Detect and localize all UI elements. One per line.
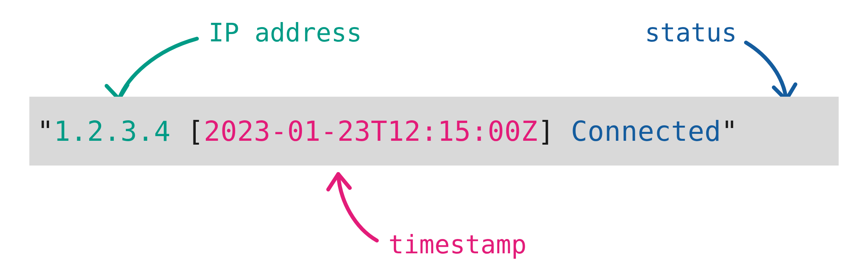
timestamp-value: 2023-01-23T12:15:00Z bbox=[204, 115, 538, 147]
status-label: status bbox=[645, 18, 737, 48]
ip-address-label: IP address bbox=[209, 18, 362, 48]
ip-value: 1.2.3.4 bbox=[54, 115, 171, 147]
bracket-close: ] bbox=[538, 115, 554, 147]
quote-open: " bbox=[37, 115, 54, 147]
quote-close: " bbox=[721, 115, 738, 147]
bracket-open: [ bbox=[187, 115, 204, 147]
timestamp-label: timestamp bbox=[388, 230, 527, 260]
status-value: Connected bbox=[571, 115, 721, 147]
log-line-box: " 1.2.3.4 [ 2023-01-23T12:15:00Z ] Conne… bbox=[29, 97, 839, 166]
